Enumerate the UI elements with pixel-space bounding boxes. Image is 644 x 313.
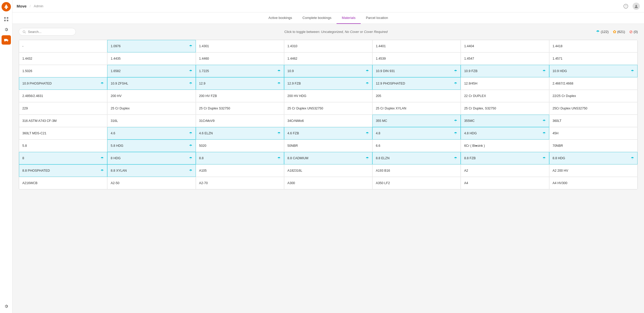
- grid-cell[interactable]: 50NBR: [284, 140, 372, 152]
- grid-cell[interactable]: 1.4301: [196, 40, 284, 52]
- grid-cell[interactable]: 12.9 FZB☂: [284, 77, 372, 90]
- grid-cell[interactable]: 4.8☂: [372, 127, 461, 140]
- grid-cell[interactable]: 316L: [107, 115, 196, 127]
- sidebar-grid-icon[interactable]: [2, 15, 11, 24]
- grid-cell[interactable]: 1.4462: [284, 52, 372, 65]
- grid-cell[interactable]: 355MC☂: [461, 115, 549, 127]
- grid-cell[interactable]: 1.6582☂: [107, 65, 196, 77]
- grid-cell[interactable]: 1.4404: [461, 40, 549, 52]
- grid-cell[interactable]: 1.4539: [372, 52, 461, 65]
- grid-cell[interactable]: A350 LF2: [372, 177, 461, 189]
- sidebar-gear-icon[interactable]: [2, 302, 11, 311]
- grid-cell[interactable]: 31CrMoV9: [196, 115, 284, 127]
- grid-cell[interactable]: 5.8 HDG☂: [107, 140, 196, 152]
- grid-cell[interactable]: 6.6: [372, 140, 461, 152]
- grid-cell[interactable]: 8.8 PHOSPHATED☂: [19, 164, 107, 177]
- sidebar-settings-icon[interactable]: [2, 25, 11, 34]
- grid-cell[interactable]: 8.8 XYLAN☂: [107, 164, 196, 177]
- grid-cell[interactable]: 200 HV FZB: [196, 90, 284, 102]
- grid-cell[interactable]: 1.4401: [372, 40, 461, 52]
- grid-cell[interactable]: A4 HV300: [549, 177, 638, 189]
- grid-cell[interactable]: A2: [461, 164, 549, 177]
- grid-cell[interactable]: 1.4310: [284, 40, 372, 52]
- grid-cell[interactable]: 12.9/45H: [461, 77, 549, 90]
- grid-cell[interactable]: 2.4667/2.4668: [549, 77, 638, 90]
- grid-cell[interactable]: A2-50: [107, 177, 196, 189]
- grid-cell[interactable]: 8.8 HDG☂: [549, 152, 638, 164]
- grid-cell[interactable]: 1.4435: [107, 52, 196, 65]
- tab-materials[interactable]: Materials: [337, 12, 361, 24]
- grid-cell[interactable]: A193 B16: [372, 164, 461, 177]
- grid-cell[interactable]: 8.8☂: [196, 152, 284, 164]
- tab-parcel-location[interactable]: Parcel location: [361, 12, 393, 24]
- grid-cell[interactable]: 4.6☂: [107, 127, 196, 140]
- grid-cell[interactable]: 360LT: [549, 115, 638, 127]
- sidebar-truck-icon[interactable]: [2, 35, 11, 45]
- help-button[interactable]: ?: [622, 3, 629, 10]
- grid-cell[interactable]: 8☂: [19, 152, 107, 164]
- stat-umbrella[interactable]: ☂ (122): [596, 29, 608, 34]
- tab-complete-bookings[interactable]: Complete bookings: [297, 12, 337, 24]
- grid-cell[interactable]: 316 ASTM A743 CF-3M: [19, 115, 107, 127]
- grid-cell[interactable]: 1.0976☂: [107, 40, 196, 52]
- grid-cell[interactable]: 4.8 HDG☂: [461, 127, 549, 140]
- grid-cell[interactable]: 25 Cr Duplex XYLAN: [372, 102, 461, 115]
- grid-cell[interactable]: 1.7225☂: [196, 65, 284, 77]
- grid-cell[interactable]: 70NBR: [549, 140, 638, 152]
- grid-cell[interactable]: 4.6 ELZN☂: [196, 127, 284, 140]
- grid-cell[interactable]: 25Cr Duplex UNS32750: [549, 102, 638, 115]
- app-logo[interactable]: [2, 2, 11, 11]
- grid-cell[interactable]: A216WCB: [19, 177, 107, 189]
- grid-cell[interactable]: 10.9 PHOSPHATED☂: [19, 77, 107, 90]
- grid-cell[interactable]: 1.4571: [549, 52, 638, 65]
- stat-bug[interactable]: ✿ (621): [613, 29, 625, 34]
- grid-cell[interactable]: 2.4856/2.4831: [19, 90, 107, 102]
- grid-cell[interactable]: 4.6 FZB☂: [284, 127, 372, 140]
- grid-cell[interactable]: 10.9 ZFSHL☂: [107, 77, 196, 90]
- grid-cell[interactable]: 6Cr ( Bl●sink ): [461, 140, 549, 152]
- grid-cell[interactable]: 10.9 DIN 931☂: [372, 65, 461, 77]
- grid-cell[interactable]: 5.8: [19, 140, 107, 152]
- grid-cell[interactable]: 229: [19, 102, 107, 115]
- grid-cell[interactable]: 355 MC☂: [372, 115, 461, 127]
- grid-cell[interactable]: 8 HDG☂: [107, 152, 196, 164]
- grid-cell[interactable]: A4: [461, 177, 549, 189]
- search-box[interactable]: [19, 28, 76, 36]
- stat-clock[interactable]: ⊘ (0): [629, 29, 638, 34]
- grid-cell[interactable]: 5020: [196, 140, 284, 152]
- grid-cell[interactable]: 8.8 CADMIUM☂: [284, 152, 372, 164]
- grid-cell[interactable]: A182316L: [284, 164, 372, 177]
- grid-cell[interactable]: A105: [196, 164, 284, 177]
- grid-cell[interactable]: 1.4460: [196, 52, 284, 65]
- grid-cell[interactable]: 8.8 ELZN☂: [372, 152, 461, 164]
- grid-cell[interactable]: 1.4547: [461, 52, 549, 65]
- grid-cell[interactable]: 205: [372, 90, 461, 102]
- user-avatar[interactable]: [633, 3, 640, 10]
- grid-cell[interactable]: 25 Cr Duplex S32750: [196, 102, 284, 115]
- grid-cell[interactable]: 45H: [549, 127, 638, 140]
- search-input[interactable]: [28, 30, 72, 34]
- grid-cell[interactable]: 22 Cr DUPLEX: [461, 90, 549, 102]
- tab-active-bookings[interactable]: Active bookings: [263, 12, 297, 24]
- grid-cell[interactable]: 1.4432: [19, 52, 107, 65]
- toggle-hint[interactable]: Click to toggle between: Uncategorized, …: [80, 30, 592, 34]
- grid-cell[interactable]: 12.9 PHOSPHATED☂: [372, 77, 461, 90]
- grid-cell[interactable]: -: [19, 40, 107, 52]
- grid-cell[interactable]: 25 Cr Duplex UNS32750: [284, 102, 372, 115]
- grid-cell[interactable]: 34CrNiMo6: [284, 115, 372, 127]
- grid-cell[interactable]: 10.9 HDG☂: [549, 65, 638, 77]
- grid-cell[interactable]: 1.5026: [19, 65, 107, 77]
- grid-cell[interactable]: A2 200 HV: [549, 164, 638, 177]
- grid-cell[interactable]: 22/25 Cr Duplex: [549, 90, 638, 102]
- grid-cell[interactable]: 8.8 FZB☂: [461, 152, 549, 164]
- grid-cell[interactable]: 200 HV HDG: [284, 90, 372, 102]
- grid-cell[interactable]: 25 Cr Duplex: [107, 102, 196, 115]
- grid-cell[interactable]: 25 Cr Duplex, S32750: [461, 102, 549, 115]
- grid-cell[interactable]: 10.9 FZB☂: [461, 65, 549, 77]
- grid-cell[interactable]: 360LT MDS-C21: [19, 127, 107, 140]
- grid-cell[interactable]: 200 HV: [107, 90, 196, 102]
- grid-cell[interactable]: 12.9☂: [196, 77, 284, 90]
- grid-cell[interactable]: 10.9☂: [284, 65, 372, 77]
- grid-cell[interactable]: A2-70: [196, 177, 284, 189]
- grid-cell[interactable]: 1.4418: [549, 40, 638, 52]
